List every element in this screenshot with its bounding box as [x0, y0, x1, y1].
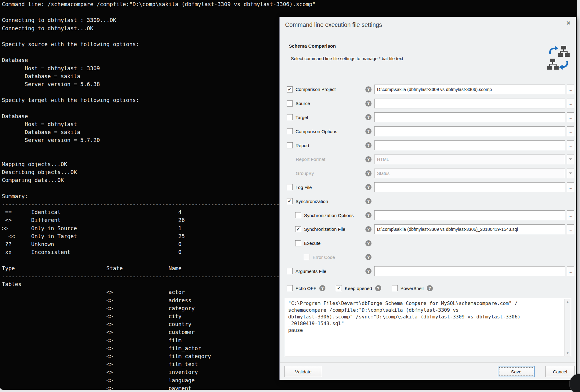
- help-icon[interactable]: ?: [319, 285, 325, 291]
- help-icon[interactable]: ?: [365, 212, 372, 218]
- browse-button[interactable]: ...: [567, 182, 574, 192]
- setting-row-target: Target?...: [280, 111, 576, 125]
- dropdown-arrow-icon: [567, 154, 574, 164]
- close-icon[interactable]: ×: [566, 19, 571, 27]
- browse-button[interactable]: ...: [567, 99, 574, 108]
- setting-row-synchronization: ✓Synchronization?: [280, 194, 576, 208]
- keep-opened-label: Keep opened: [345, 286, 372, 291]
- groupby-select: Status: [374, 169, 565, 178]
- comparison-project-checkbox[interactable]: ✓: [287, 86, 293, 93]
- error-code-checkbox: [304, 254, 310, 260]
- help-icon[interactable]: ?: [365, 198, 372, 204]
- target-checkbox[interactable]: [287, 114, 293, 120]
- help-icon[interactable]: ?: [365, 156, 372, 162]
- report-format-label: Report Format: [296, 157, 325, 162]
- batch-scrollbar[interactable]: ▲ ▼: [564, 299, 571, 356]
- target-input[interactable]: [374, 112, 565, 122]
- setting-row-synchronization-file: ✓Synchronization File?D:\comp\sakila (db…: [280, 222, 576, 236]
- browse-button[interactable]: ...: [567, 85, 574, 94]
- keep-opened-checkbox[interactable]: ✓: [336, 285, 342, 291]
- comparison-project-label: Comparison Project: [295, 87, 336, 92]
- synchronization-options-input[interactable]: [374, 210, 565, 220]
- comparison-options-checkbox[interactable]: [287, 128, 293, 134]
- setting-row-error-code: Error Code?: [280, 250, 576, 264]
- help-icon[interactable]: ?: [365, 114, 372, 120]
- schema-comparison-icon: [546, 45, 571, 71]
- browse-button[interactable]: ...: [567, 210, 574, 220]
- settings-rows: ✓Comparison Project?D:\comp\sakila (dbfm…: [280, 82, 576, 278]
- browse-button[interactable]: ...: [567, 140, 574, 150]
- synchronization-label: Synchronization: [295, 199, 328, 204]
- synchronization-checkbox[interactable]: ✓: [287, 198, 293, 204]
- section-title: Schema Comparison: [289, 43, 336, 49]
- help-icon[interactable]: ?: [365, 240, 372, 246]
- cancel-button[interactable]: Cancel: [545, 366, 575, 377]
- help-icon[interactable]: ?: [375, 285, 381, 291]
- setting-row-comparison-options: Comparison Options?...: [280, 124, 576, 138]
- scroll-down-icon[interactable]: ▼: [565, 351, 571, 355]
- help-icon[interactable]: ?: [365, 184, 372, 190]
- groupby-label: GroupBy: [296, 171, 314, 176]
- help-icon[interactable]: ?: [365, 170, 372, 176]
- execute-checkbox[interactable]: [295, 240, 301, 246]
- batch-script-text[interactable]: "C:\Program Files\Devart\dbForge Schema …: [285, 298, 571, 334]
- arguments-file-input[interactable]: [374, 266, 565, 276]
- powershell-checkbox[interactable]: [392, 285, 398, 291]
- report-label: Report: [295, 143, 309, 148]
- setting-row-log-file: Log File?...: [280, 180, 576, 194]
- setting-row-report: Report?...: [280, 138, 576, 152]
- option-powershell: PowerShell?: [392, 285, 433, 291]
- setting-row-report-format: Report Format?HTML: [280, 152, 576, 166]
- help-icon[interactable]: ?: [365, 142, 372, 148]
- help-icon[interactable]: ?: [365, 100, 372, 107]
- setting-row-arguments-file: Arguments File?...: [280, 264, 576, 278]
- echo-off-checkbox[interactable]: [287, 285, 293, 291]
- echo-off-label: Echo OFF: [295, 286, 316, 291]
- synchronization-file-checkbox[interactable]: ✓: [295, 226, 301, 232]
- browse-button[interactable]: ...: [567, 224, 574, 234]
- source-checkbox[interactable]: [287, 100, 293, 107]
- dialog-title: Command line execution file settings: [285, 21, 382, 28]
- save-button[interactable]: Save: [498, 366, 535, 377]
- comparison-options-input[interactable]: [374, 126, 565, 136]
- log-file-input[interactable]: [374, 182, 565, 192]
- synchronization-options-checkbox[interactable]: [295, 212, 301, 218]
- report-format-select: HTML: [374, 154, 565, 164]
- setting-row-groupby: GroupBy?Status: [280, 166, 576, 180]
- execute-label: Execute: [304, 241, 321, 246]
- browse-button[interactable]: ...: [567, 266, 574, 276]
- help-icon[interactable]: ?: [427, 285, 433, 291]
- validate-button[interactable]: Validate: [285, 366, 322, 377]
- arguments-file-checkbox[interactable]: [287, 268, 293, 274]
- dropdown-arrow-icon: [567, 169, 574, 178]
- target-label: Target: [295, 115, 308, 120]
- inline-options-row: Echo OFF?✓Keep opened?PowerShell?: [280, 285, 576, 291]
- synchronization-file-label: Synchronization File: [304, 227, 345, 232]
- browse-button[interactable]: ...: [567, 126, 574, 136]
- help-icon[interactable]: ?: [365, 86, 372, 93]
- scroll-up-icon[interactable]: ▲: [565, 300, 571, 303]
- help-icon[interactable]: ?: [365, 128, 372, 134]
- log-file-label: Log File: [295, 185, 312, 190]
- report-input[interactable]: [374, 140, 565, 150]
- synchronization-options-label: Synchronization Options: [304, 213, 354, 218]
- option-echo-off: Echo OFF?: [287, 285, 325, 291]
- powershell-label: PowerShell: [401, 286, 424, 291]
- synchronization-file-input[interactable]: D:\comp\sakila (dbfmylast-3309 vs dbfmyl…: [374, 224, 565, 234]
- setting-row-comparison-project: ✓Comparison Project?D:\comp\sakila (dbfm…: [280, 82, 576, 96]
- help-icon[interactable]: ?: [365, 254, 372, 260]
- report-checkbox[interactable]: [287, 142, 293, 148]
- batch-script-box: "C:\Program Files\Devart\dbForge Schema …: [285, 298, 571, 357]
- source-input[interactable]: [374, 99, 565, 108]
- comparison-project-input[interactable]: D:\comp\sakila (dbfmylast-3309 vs dbfmyl…: [374, 85, 565, 94]
- section-subtitle: Select command line file settings to man…: [291, 56, 403, 61]
- comparison-options-label: Comparison Options: [295, 129, 337, 134]
- help-icon[interactable]: ?: [365, 226, 372, 232]
- setting-row-source: Source?...: [280, 96, 576, 111]
- log-file-checkbox[interactable]: [287, 184, 293, 190]
- setting-row-synchronization-options: Synchronization Options?...: [280, 208, 576, 222]
- help-icon[interactable]: ?: [365, 268, 372, 274]
- error-code-label: Error Code: [313, 255, 335, 260]
- browse-button[interactable]: ...: [567, 112, 574, 122]
- arguments-file-label: Arguments File: [295, 269, 326, 274]
